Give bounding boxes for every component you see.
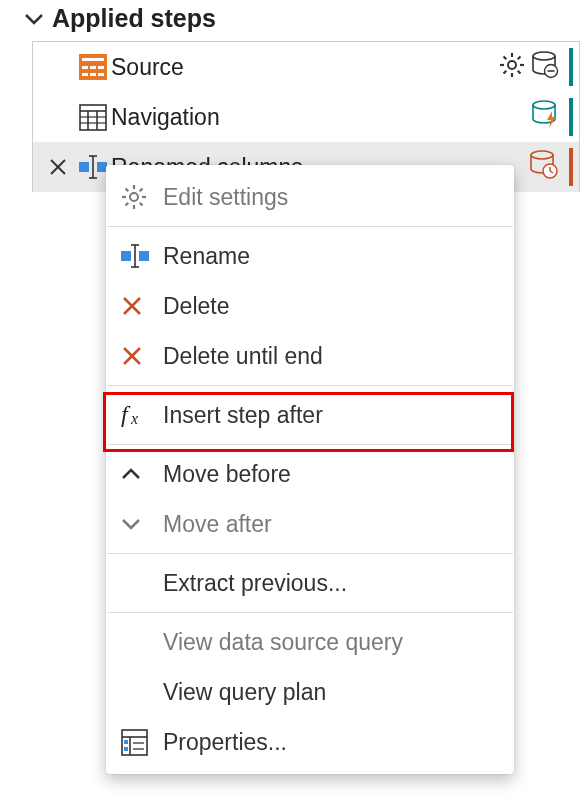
menu-delete-until-end[interactable]: Delete until end xyxy=(107,331,513,381)
menu-separator xyxy=(107,553,513,554)
rename-icon xyxy=(121,243,163,269)
menu-edit-settings: Edit settings xyxy=(107,172,513,222)
chevron-up-icon xyxy=(121,464,163,484)
menu-separator xyxy=(107,612,513,613)
database-clock-icon[interactable] xyxy=(529,150,559,184)
chevron-down-icon xyxy=(121,514,163,534)
menu-insert-step-after[interactable]: Insert step after xyxy=(107,390,513,440)
step-label: Navigation xyxy=(111,104,531,131)
menu-separator xyxy=(107,444,513,445)
step-context-menu: Edit settings Rename Delete Delete until… xyxy=(106,165,514,774)
accent-bar xyxy=(569,148,573,186)
delete-step-button[interactable] xyxy=(41,157,75,177)
menu-properties[interactable]: Properties... xyxy=(107,717,513,767)
source-table-icon xyxy=(75,54,111,80)
database-bolt-icon[interactable] xyxy=(531,100,559,134)
menu-move-after: Move after xyxy=(107,499,513,549)
applied-steps-header[interactable]: Applied steps xyxy=(0,4,581,39)
panel-title: Applied steps xyxy=(52,4,216,33)
menu-rename[interactable]: Rename xyxy=(107,231,513,281)
step-navigation[interactable]: Navigation xyxy=(33,92,579,142)
fx-icon xyxy=(121,402,163,428)
accent-bar xyxy=(569,48,573,86)
table-icon xyxy=(75,104,111,131)
step-source[interactable]: Source xyxy=(33,42,579,92)
menu-delete[interactable]: Delete xyxy=(107,281,513,331)
close-icon xyxy=(121,345,163,367)
menu-extract-previous[interactable]: Extract previous... xyxy=(107,558,513,608)
database-minus-icon[interactable] xyxy=(531,51,559,83)
menu-separator xyxy=(107,226,513,227)
gear-icon xyxy=(121,184,163,210)
close-icon xyxy=(121,295,163,317)
accent-bar xyxy=(569,98,573,136)
step-label: Source xyxy=(111,54,499,81)
properties-icon xyxy=(121,729,163,756)
menu-separator xyxy=(107,385,513,386)
gear-icon[interactable] xyxy=(499,52,525,82)
menu-move-before[interactable]: Move before xyxy=(107,449,513,499)
chevron-down-icon xyxy=(24,9,44,29)
menu-view-data-source-query: View data source query xyxy=(107,617,513,667)
menu-view-query-plan[interactable]: View query plan xyxy=(107,667,513,717)
